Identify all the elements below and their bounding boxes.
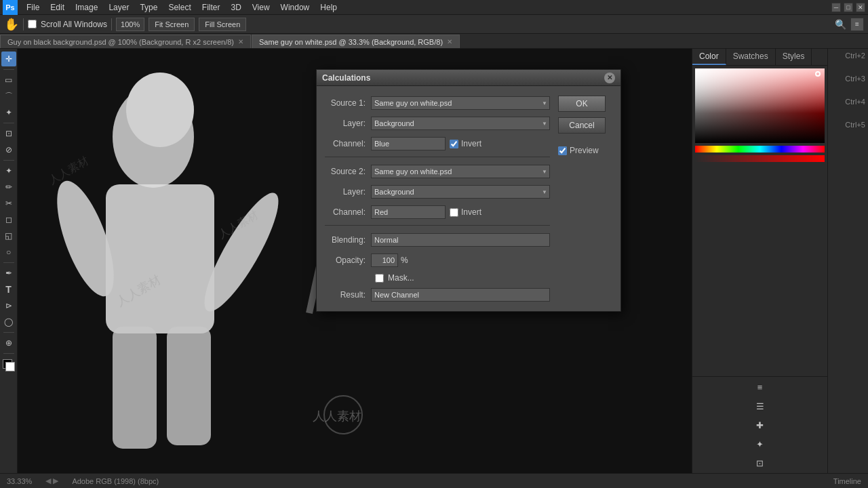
mask-checkbox[interactable] [375,274,384,283]
tab-white-bg-label: Same guy on white.psd @ 33.3% (Backgroun… [259,38,443,46]
dialog-close-btn[interactable]: ✕ [604,73,615,83]
layer2-select[interactable]: Background [371,185,550,199]
tab-black-bg[interactable]: Guy on black background.psd @ 100% (Back… [0,35,251,48]
source1-select-wrapper: Same guy on white.psd Guy on black backg… [371,96,550,110]
panel-icon-star[interactable]: ✦ [753,436,768,451]
dialog-title: Calculations [322,73,370,83]
maximize-btn[interactable]: □ [844,3,853,12]
eraser-tool[interactable]: ◻ [1,212,16,227]
eyedropper-tool[interactable]: ⊘ [1,142,16,157]
tool-sep5 [3,332,14,333]
panel-icon-adjust[interactable]: ✚ [753,418,768,432]
scroll-all-windows-label: Scroll All Windows [41,20,107,29]
dialog-left-panel: Source 1: Same guy on white.psd Guy on b… [325,96,550,302]
crop-tool[interactable]: ⊡ [1,126,16,141]
spot-heal-tool[interactable]: ✦ [1,163,16,178]
left-toolbar: ✛ ▭ ⌒ ✦ ⊡ ⊘ ✦ ✏ ✂ ◻ ◱ ○ ✒ T ⊳ ◯ ⊕ [0,49,18,473]
hand-tool-icon[interactable]: ✋ [4,17,19,32]
dialog-title-bar[interactable]: Calculations ✕ [317,70,620,86]
panel-tabs: Color Swatches Styles [692,49,827,66]
clone-tool[interactable]: ✂ [1,196,16,211]
lasso-tool[interactable]: ⌒ [1,89,16,104]
menu-filter[interactable]: Filter [197,1,225,14]
menu-image[interactable]: Image [71,1,102,14]
panel-icon-channels[interactable]: ☰ [753,399,768,413]
dodge-tool[interactable]: ○ [1,245,16,260]
tab-color[interactable]: Color [692,49,726,65]
search-icon[interactable]: 🔍 [835,19,846,30]
background-color[interactable] [5,362,15,371]
select-rect-tool[interactable]: ▭ [1,73,16,87]
color-swatches[interactable] [3,359,15,371]
move-tool[interactable]: ✛ [1,52,16,66]
panel-icon-layers[interactable]: ≡ [753,380,768,394]
zoom-display: 100% [116,18,144,31]
color-spectrum[interactable] [695,68,825,143]
status-bar: 33.33% ◀ ▶ Adobe RGB (1998) (8bpc) Timel… [0,473,868,488]
layer1-select[interactable]: Background [371,117,550,130]
menu-layer[interactable]: Layer [104,1,134,14]
quick-select-tool[interactable]: ✦ [1,105,16,120]
separator2 [111,18,112,30]
menu-3d[interactable]: 3D [226,1,245,14]
path-select-tool[interactable]: ⊳ [1,298,16,313]
alpha-bar[interactable] [695,155,825,162]
zoom-tool[interactable]: ⊕ [1,336,16,350]
preview-checkbox[interactable] [558,146,567,155]
opacity-input[interactable]: 100 [371,253,398,267]
source1-select[interactable]: Same guy on white.psd Guy on black backg… [371,96,550,110]
fit-screen-btn[interactable]: Fit Screen [149,18,195,31]
menu-view[interactable]: View [248,1,275,14]
tab-black-bg-label: Guy on black background.psd @ 100% (Back… [7,38,234,46]
separator [23,18,24,30]
channel2-invert-label: Invert [450,207,481,217]
channel1-invert-checkbox[interactable] [450,140,458,148]
pen-tool[interactable]: ✒ [1,266,16,281]
menu-select[interactable]: Select [163,1,195,14]
tab-styles[interactable]: Styles [776,49,812,65]
tab-swatches[interactable]: Swatches [726,49,776,65]
fill-screen-btn[interactable]: Fill Screen [199,18,246,31]
close-window-btn[interactable]: ✕ [856,3,865,12]
text-tool[interactable]: T [1,282,16,297]
menu-edit[interactable]: Edit [45,1,69,14]
ok-button[interactable]: OK [558,96,606,112]
tab-white-bg[interactable]: Same guy on white.psd @ 33.3% (Backgroun… [252,35,460,48]
canvas-area: 人人素材 人人素材 人人素材 人人素材 Calculations ✕ [18,49,692,473]
workspace-icon[interactable]: ≡ [850,18,864,31]
tab-black-bg-close[interactable]: ✕ [238,38,243,45]
source2-select[interactable]: Same guy on white.psd Guy on black backg… [371,165,550,178]
channel2-select[interactable]: Red Blue Green Gray [371,205,446,219]
shortcut-ctrl5: Ctrl+5 [845,121,865,129]
main-layout: ✛ ▭ ⌒ ✦ ⊡ ⊘ ✦ ✏ ✂ ◻ ◱ ○ ✒ T ⊳ ◯ ⊕ [0,49,868,473]
menu-help[interactable]: Help [315,1,342,14]
result-select[interactable]: New Channel New Document Selection [371,288,550,302]
hue-bar[interactable] [695,146,825,152]
tab-white-bg-close[interactable]: ✕ [447,38,452,45]
minimize-btn[interactable]: ─ [831,3,841,12]
scroll-all-windows-checkbox[interactable] [28,20,37,28]
channel1-select[interactable]: Blue Red Green Gray [371,137,446,150]
mask-label: Mask... [388,273,414,283]
menu-type[interactable]: Type [135,1,162,14]
menu-window[interactable]: Window [276,1,315,14]
cancel-button[interactable]: Cancel [558,117,606,134]
brush-tool[interactable]: ✏ [1,180,16,195]
opacity-label: Opacity: [325,256,371,265]
layer1-select-wrapper: Background [371,117,550,130]
shape-tool[interactable]: ◯ [1,314,16,329]
mask-row: Mask... [325,273,550,283]
tab-bar: Guy on black background.psd @ 100% (Back… [0,34,868,49]
blending-label: Blending: [325,235,371,245]
calculations-dialog: Calculations ✕ Source 1: Same guy on whi… [316,69,621,312]
color-picker-area [692,66,827,376]
menu-file[interactable]: File [22,1,44,14]
svg-rect-25 [167,327,211,445]
panel-icon-select[interactable]: ⊡ [753,455,768,470]
channel2-invert-checkbox[interactable] [450,208,458,217]
section-divider-2 [325,225,550,226]
gradient-tool[interactable]: ◱ [1,228,16,243]
blending-select[interactable]: Normal Multiply Screen Overlay Add Subtr… [371,233,550,247]
channel2-row: Channel: Red Blue Green Gray [325,205,550,220]
source1-label: Source 1: [325,98,371,108]
